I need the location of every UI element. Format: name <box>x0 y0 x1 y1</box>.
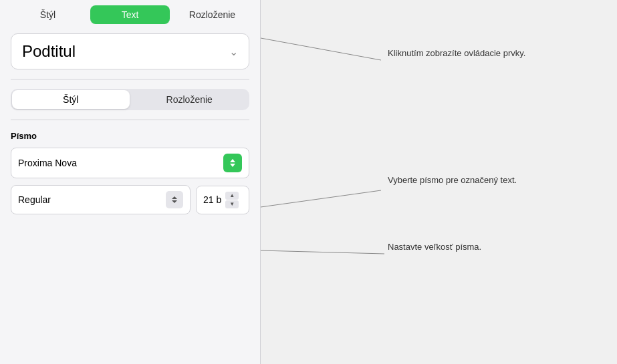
font-name-value: Proxima Nova <box>18 158 223 168</box>
updown-arrows-icon <box>227 158 238 168</box>
svg-marker-1 <box>230 164 235 167</box>
subtitle-selector[interactable]: Podtitul ⌄ <box>11 33 249 69</box>
svg-marker-2 <box>172 196 177 199</box>
annotation-3-text: Nastavte veľkosť písma. <box>388 242 481 252</box>
annotation-area: Kliknutím zobrazíte ovládacie prvky. Vyb… <box>261 0 617 364</box>
annotation-2-text: Vyberte písmo pre označený text. <box>388 175 517 185</box>
svg-line-4 <box>261 38 381 60</box>
top-tab-bar: Štýl Text Rozloženie <box>0 0 260 24</box>
font-size-down-button[interactable]: ▼ <box>225 200 239 208</box>
updown-small-icon <box>170 195 179 204</box>
font-style-value: Regular <box>18 194 166 205</box>
sub-tab-rozlozenie[interactable]: Rozloženie <box>131 90 249 109</box>
svg-line-6 <box>261 250 384 254</box>
annotation-2: Vyberte písmo pre označený text. <box>388 174 517 186</box>
font-size-stepper: ▲ ▼ <box>225 192 239 208</box>
annotation-1-text: Kliknutím zobrazíte ovládacie prvky. <box>388 48 525 58</box>
font-style-size-row: Regular 21 b ▲ ▼ <box>11 185 249 214</box>
subtitle-row: Podtitul ⌄ <box>0 24 260 76</box>
svg-line-5 <box>261 190 381 207</box>
font-size-up-button[interactable]: ▲ <box>225 192 239 200</box>
font-style-stepper[interactable] <box>166 191 183 208</box>
font-section-label: Písmo <box>0 126 260 145</box>
font-size-box[interactable]: 21 b ▲ ▼ <box>196 186 249 214</box>
font-name-selector[interactable]: Proxima Nova <box>11 148 249 178</box>
font-size-value: 21 b <box>203 194 221 205</box>
sub-tab-bar: Štýl Rozloženie <box>11 89 249 110</box>
tab-text[interactable]: Text <box>90 5 170 24</box>
font-stepper-button[interactable] <box>223 154 242 172</box>
divider-1 <box>11 79 249 79</box>
font-style-selector[interactable]: Regular <box>11 185 191 214</box>
annotation-1: Kliknutím zobrazíte ovládacie prvky. <box>388 47 525 59</box>
subtitle-value: Podtitul <box>22 42 76 61</box>
svg-marker-0 <box>230 159 235 162</box>
tab-rozlozenie[interactable]: Rozloženie <box>172 5 252 24</box>
divider-2 <box>11 120 249 120</box>
svg-marker-3 <box>172 200 177 203</box>
tab-styl[interactable]: Štýl <box>8 5 88 24</box>
sub-tab-styl[interactable]: Štýl <box>12 90 130 109</box>
chevron-down-icon: ⌄ <box>229 45 238 58</box>
side-panel: Štýl Text Rozloženie Podtitul ⌄ Štýl Roz… <box>0 0 261 364</box>
annotation-3: Nastavte veľkosť písma. <box>388 240 481 253</box>
